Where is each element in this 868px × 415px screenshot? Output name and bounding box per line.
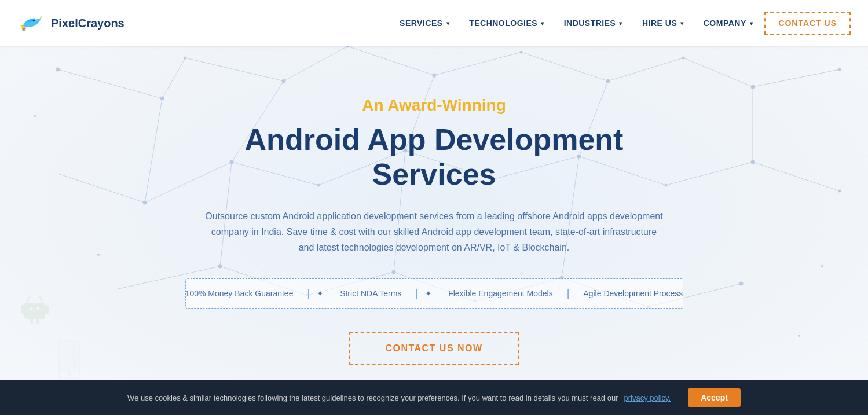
svg-rect-69 (21, 305, 24, 314)
nav-services[interactable]: SERVICES ▾ (391, 13, 457, 34)
svg-point-37 (56, 68, 60, 72)
svg-point-43 (520, 51, 523, 54)
svg-point-46 (751, 85, 755, 89)
svg-point-40 (282, 79, 286, 83)
svg-point-48 (143, 201, 147, 205)
hero-section: An Award-Winning Android App Development… (0, 0, 868, 415)
android-icon (17, 291, 52, 334)
svg-point-42 (433, 74, 437, 78)
nav-hire-us[interactable]: HIRE US ▾ (634, 13, 692, 34)
separator-3: | (567, 288, 570, 299)
logo-icon (17, 9, 46, 38)
separator-1: | (307, 288, 310, 299)
svg-point-55 (751, 160, 755, 164)
separator-2: | (415, 288, 418, 299)
badge-row: 100% Money Back Guarantee | ✦ Strict NDA… (185, 278, 683, 309)
contact-us-now-button[interactable]: CONTACT US NOW (349, 332, 518, 365)
svg-point-1 (33, 20, 35, 21)
cookie-accept-button[interactable]: Accept (688, 388, 741, 407)
chevron-down-icon: ▾ (750, 20, 753, 27)
svg-point-74 (37, 307, 40, 310)
svg-point-64 (34, 115, 36, 117)
svg-rect-76 (61, 345, 78, 372)
svg-point-77 (68, 373, 71, 376)
svg-rect-71 (30, 318, 33, 324)
privacy-policy-link[interactable]: privacy policy. (624, 394, 671, 402)
nav-company[interactable]: COMPANY ▾ (695, 13, 761, 34)
svg-rect-70 (45, 305, 49, 314)
svg-point-45 (682, 57, 685, 60)
hero-content: An Award-Winning Android App Development… (174, 96, 695, 365)
svg-point-67 (798, 335, 800, 337)
logo[interactable]: PixelCrayons (17, 9, 124, 38)
contact-us-button[interactable]: CONTACT US (764, 12, 851, 35)
hero-subtitle: An Award-Winning (185, 96, 683, 115)
nav-links: SERVICES ▾ TECHNOLOGIES ▾ INDUSTRIES ▾ H… (391, 12, 851, 35)
navbar: PixelCrayons SERVICES ▾ TECHNOLOGIES ▾ I… (0, 0, 868, 46)
chevron-down-icon: ▾ (446, 20, 450, 27)
svg-rect-72 (36, 318, 39, 324)
cookie-bar: We use cookies & similar technologies fo… (0, 380, 868, 415)
logo-text: PixelCrayons (51, 17, 124, 30)
svg-point-39 (184, 57, 187, 60)
chevron-down-icon: ▾ (541, 20, 544, 27)
phone-icon (58, 340, 81, 386)
svg-point-65 (97, 254, 100, 256)
nav-industries[interactable]: INDUSTRIES ▾ (556, 13, 631, 34)
svg-point-63 (739, 282, 744, 286)
badge-agile: Agile Development Process (572, 289, 694, 298)
nav-technologies[interactable]: TECHNOLOGIES ▾ (461, 13, 552, 34)
svg-point-66 (821, 265, 823, 267)
svg-point-38 (160, 97, 164, 101)
svg-point-44 (606, 79, 610, 83)
svg-point-56 (838, 190, 841, 193)
hero-description: Outsource custom Android application dev… (203, 208, 666, 256)
badge-money-back: 100% Money Back Guarantee (174, 289, 305, 298)
badge-engagement: Flexible Engagement Models (437, 289, 565, 298)
star-icon-2: ✦ (425, 289, 432, 298)
chevron-down-icon: ▾ (680, 20, 684, 27)
star-icon: ✦ (317, 289, 324, 298)
svg-point-47 (838, 68, 841, 71)
cookie-text: We use cookies & similar technologies fo… (127, 394, 618, 402)
badge-nda: Strict NDA Terms (328, 289, 413, 298)
hero-title: Android App Development Services (185, 123, 683, 192)
svg-rect-68 (24, 303, 45, 319)
svg-point-73 (30, 307, 33, 310)
chevron-down-icon: ▾ (619, 20, 622, 27)
